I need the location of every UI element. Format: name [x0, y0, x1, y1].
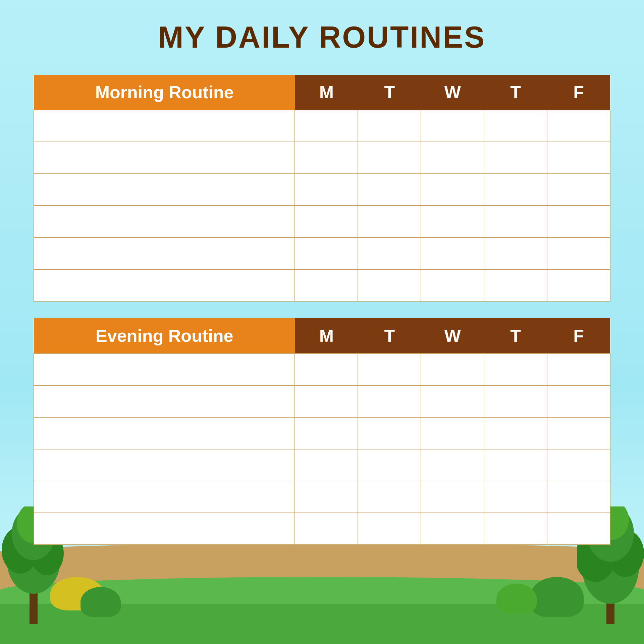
evening-row-5 — [34, 481, 610, 513]
evening-check-4-m[interactable] — [295, 449, 358, 481]
evening-check-2-f[interactable] — [547, 385, 610, 417]
evening-check-1-m[interactable] — [295, 354, 358, 385]
evening-check-5-m[interactable] — [295, 481, 358, 513]
morning-check-1-f[interactable] — [547, 110, 610, 142]
evening-check-3-w[interactable] — [421, 417, 484, 449]
evening-check-1-t2[interactable] — [484, 354, 547, 385]
evening-row-1 — [34, 354, 610, 385]
evening-day-m: M — [295, 318, 358, 354]
evening-check-2-t1[interactable] — [358, 385, 421, 417]
evening-task-1[interactable] — [34, 354, 295, 385]
evening-header-row: Evening Routine M T W T F — [34, 318, 610, 354]
evening-check-3-t1[interactable] — [358, 417, 421, 449]
evening-check-6-w[interactable] — [421, 513, 484, 545]
svg-rect-0 — [30, 590, 38, 624]
evening-check-3-m[interactable] — [295, 417, 358, 449]
evening-task-5[interactable] — [34, 481, 295, 513]
morning-check-5-f[interactable] — [547, 237, 610, 269]
morning-check-6-w[interactable] — [421, 269, 484, 301]
morning-check-1-w[interactable] — [421, 110, 484, 142]
evening-task-6[interactable] — [34, 513, 295, 545]
evening-check-1-t1[interactable] — [358, 354, 421, 385]
evening-routine-table: Evening Routine M T W T F — [34, 318, 610, 545]
evening-task-4[interactable] — [34, 449, 295, 481]
evening-day-w: W — [421, 318, 484, 354]
morning-row-5 — [34, 237, 610, 269]
morning-check-2-t2[interactable] — [484, 142, 547, 174]
morning-day-t1: T — [358, 75, 421, 110]
evening-day-t1: T — [358, 318, 421, 354]
evening-check-4-w[interactable] — [421, 449, 484, 481]
evening-check-5-f[interactable] — [547, 481, 610, 513]
morning-row-1 — [34, 110, 610, 142]
evening-check-6-f[interactable] — [547, 513, 610, 545]
bush-right-icon — [530, 577, 584, 617]
evening-check-3-f[interactable] — [547, 417, 610, 449]
morning-check-4-f[interactable] — [547, 206, 610, 237]
morning-check-3-w[interactable] — [421, 174, 484, 206]
morning-routine-section: Morning Routine M T W T F — [34, 75, 610, 302]
evening-check-5-w[interactable] — [421, 481, 484, 513]
morning-check-1-t1[interactable] — [358, 110, 421, 142]
evening-row-4 — [34, 449, 610, 481]
morning-check-1-t2[interactable] — [484, 110, 547, 142]
evening-check-4-t2[interactable] — [484, 449, 547, 481]
morning-task-2[interactable] — [34, 142, 295, 174]
morning-check-6-t2[interactable] — [484, 269, 547, 301]
morning-task-3[interactable] — [34, 174, 295, 206]
morning-check-2-m[interactable] — [295, 142, 358, 174]
morning-task-1[interactable] — [34, 110, 295, 142]
evening-check-2-w[interactable] — [421, 385, 484, 417]
evening-check-5-t2[interactable] — [484, 481, 547, 513]
morning-day-m: M — [295, 75, 358, 110]
morning-check-5-w[interactable] — [421, 237, 484, 269]
morning-check-4-t1[interactable] — [358, 206, 421, 237]
morning-routine-header: Morning Routine — [34, 75, 295, 110]
evening-check-4-t1[interactable] — [358, 449, 421, 481]
morning-check-4-t2[interactable] — [484, 206, 547, 237]
morning-check-1-m[interactable] — [295, 110, 358, 142]
evening-task-2[interactable] — [34, 385, 295, 417]
evening-check-6-t1[interactable] — [358, 513, 421, 545]
morning-check-6-t1[interactable] — [358, 269, 421, 301]
evening-check-6-t2[interactable] — [484, 513, 547, 545]
evening-check-1-w[interactable] — [421, 354, 484, 385]
evening-check-6-m[interactable] — [295, 513, 358, 545]
evening-task-3[interactable] — [34, 417, 295, 449]
evening-row-6 — [34, 513, 610, 545]
morning-task-5[interactable] — [34, 237, 295, 269]
morning-check-2-t1[interactable] — [358, 142, 421, 174]
morning-check-4-w[interactable] — [421, 206, 484, 237]
morning-check-2-f[interactable] — [547, 142, 610, 174]
main-content: MY DAILY ROUTINES Morning Routine M T W … — [0, 0, 644, 545]
morning-check-3-t1[interactable] — [358, 174, 421, 206]
morning-task-4[interactable] — [34, 206, 295, 237]
morning-row-3 — [34, 174, 610, 206]
evening-check-5-t1[interactable] — [358, 481, 421, 513]
evening-row-3 — [34, 417, 610, 449]
morning-day-w: W — [421, 75, 484, 110]
morning-check-5-t2[interactable] — [484, 237, 547, 269]
evening-check-4-f[interactable] — [547, 449, 610, 481]
morning-check-2-w[interactable] — [421, 142, 484, 174]
morning-check-4-m[interactable] — [295, 206, 358, 237]
morning-day-f: F — [547, 75, 610, 110]
morning-check-6-f[interactable] — [547, 269, 610, 301]
page-title: MY DAILY ROUTINES — [34, 20, 610, 55]
bush-right2-icon — [496, 584, 537, 614]
evening-check-1-f[interactable] — [547, 354, 610, 385]
morning-check-5-t1[interactable] — [358, 237, 421, 269]
bush-left2-icon — [80, 587, 121, 617]
morning-check-3-t2[interactable] — [484, 174, 547, 206]
morning-check-3-f[interactable] — [547, 174, 610, 206]
morning-header-row: Morning Routine M T W T F — [34, 75, 610, 110]
morning-row-6 — [34, 269, 610, 301]
evening-check-3-t2[interactable] — [484, 417, 547, 449]
morning-row-4 — [34, 206, 610, 237]
morning-check-3-m[interactable] — [295, 174, 358, 206]
evening-check-2-m[interactable] — [295, 385, 358, 417]
morning-check-5-m[interactable] — [295, 237, 358, 269]
morning-task-6[interactable] — [34, 269, 295, 301]
evening-check-2-t2[interactable] — [484, 385, 547, 417]
morning-check-6-m[interactable] — [295, 269, 358, 301]
